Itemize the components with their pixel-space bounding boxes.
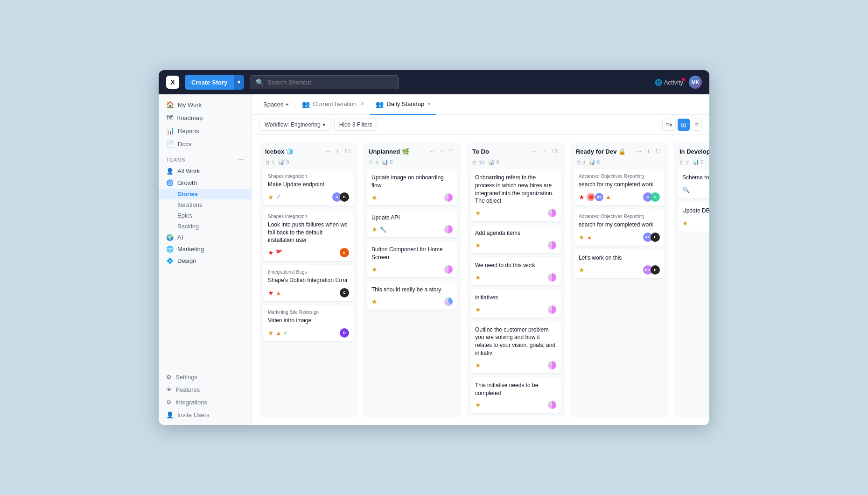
star-icon: ★ — [475, 306, 481, 313]
growth-icon: 🌀 — [166, 179, 174, 186]
sidebar-item-integrations[interactable]: ⚙ Integrations — [159, 396, 252, 409]
card-initiatives[interactable]: initiatives ★ — [470, 289, 561, 318]
sidebar-sub-epics[interactable]: Epics — [159, 210, 252, 221]
content-area: Spaces + 👥 Current Iteration ✕ 👥 Daily S… — [252, 94, 709, 425]
icebox-more-button[interactable]: ··· — [324, 147, 332, 156]
todo-expand-button[interactable]: ☐ — [550, 147, 559, 156]
sidebar-sub-iterations[interactable]: Iterations — [159, 199, 252, 210]
ready-for-dev-expand-button[interactable]: ☐ — [654, 147, 663, 156]
spaces-button[interactable]: Spaces + — [259, 99, 292, 110]
icebox-add-button[interactable]: + — [334, 147, 341, 156]
activity-button[interactable]: 🌐 Activity — [655, 79, 683, 86]
star-icon: ★ — [475, 209, 481, 217]
board-view-button[interactable]: ⊞ — [678, 119, 690, 131]
column-ready-for-dev: Ready for Dev 🔒 ··· + ☐ 🗒 3 📊 6 Ad — [570, 142, 668, 417]
card-update-api[interactable]: Update API ★ 🔧 — [367, 209, 457, 238]
teams-more-button[interactable]: ··· — [238, 156, 244, 163]
card-agenda-items[interactable]: Add agenda items ★ — [470, 225, 561, 253]
star-icon: ★ — [579, 233, 585, 241]
avatar: F — [651, 265, 660, 275]
sidebar-item-all-work[interactable]: 👤 All Work — [159, 165, 252, 177]
tab-current-iteration[interactable]: 👥 Current Iteration ✕ — [296, 94, 370, 115]
flag-icon: 🚩 — [276, 249, 283, 256]
avatar: K — [340, 248, 349, 257]
todo-more-button[interactable]: ··· — [531, 147, 539, 156]
sidebar-item-roadmap[interactable]: 🗺 Roadmap — [159, 111, 252, 124]
sidebar-item-invite-users[interactable]: 👤 Invite Users — [159, 409, 252, 421]
column-header-unplanned: Unplanned 🌿 ··· + ☐ — [363, 142, 461, 159]
icebox-expand-button[interactable]: ☐ — [343, 147, 352, 156]
card-onboarding-text[interactable]: Onboarding refers to the process in whic… — [470, 169, 561, 221]
sidebar-item-growth[interactable]: 🌀 Growth — [159, 177, 252, 189]
avatar: B — [340, 192, 349, 202]
tab-close-current-iteration[interactable]: ✕ — [360, 101, 364, 107]
unplanned-expand-button[interactable]: ☐ — [447, 147, 455, 156]
card-push-failures[interactable]: Shapes Integration Look into push failur… — [263, 209, 354, 261]
progress-pie — [548, 273, 556, 282]
star-icon: ★ — [475, 241, 481, 249]
sort-view-button[interactable]: ≡▾ — [662, 119, 676, 131]
todo-card-icon: 🗒 10 — [472, 160, 484, 165]
star-icon: ★ — [371, 266, 378, 273]
todo-add-button[interactable]: + — [541, 147, 548, 156]
card-outline-customer[interactable]: Outline the customer problem you are sol… — [470, 321, 561, 373]
unplanned-more-button[interactable]: ··· — [427, 147, 436, 156]
ready-for-dev-add-button[interactable]: + — [645, 147, 652, 156]
tab-icon-daily-standup: 👥 — [376, 100, 384, 108]
invite-users-icon: 👤 — [166, 411, 174, 418]
sidebar-item-settings[interactable]: ⚙ Settings — [159, 371, 252, 383]
column-in-development: In Development ✏ ··· 🗒 2 📊 0 Schema to a… — [674, 142, 709, 417]
progress-pie — [444, 265, 453, 274]
hide-filters-button[interactable]: Hide 3 Filters — [334, 119, 378, 131]
create-story-button[interactable]: Create Story — [185, 75, 234, 90]
card-story[interactable]: This should really be a story ★ — [367, 281, 457, 310]
list-view-button[interactable]: ≡ — [692, 119, 702, 131]
teams-section-label: Teams ··· — [159, 150, 252, 165]
star-icon: ★ — [268, 329, 274, 337]
create-story-arrow-button[interactable]: ▾ — [234, 75, 244, 90]
logo-icon[interactable]: X — [166, 76, 179, 89]
features-icon: 👁 — [166, 386, 172, 393]
sidebar-item-reports[interactable]: 📊 Reports — [159, 124, 252, 137]
column-todo: To Do ··· + ☐ 🗒 10 📊 0 Onboarding r — [467, 142, 565, 417]
tabs-bar: Spaces + 👥 Current Iteration ✕ 👥 Daily S… — [252, 94, 709, 115]
column-header-in-development: In Development ✏ ··· — [674, 142, 709, 159]
unplanned-bar-icon: 📊 0 — [382, 159, 392, 165]
card-search-completed-2[interactable]: Advanced Objectives Reporting search for… — [574, 209, 665, 246]
card-search-completed-1[interactable]: Advanced Objectives Reporting search for… — [574, 169, 665, 205]
all-work-icon: 👤 — [166, 168, 174, 175]
search-bar[interactable]: 🔍 Search Shortcut — [250, 75, 399, 89]
sidebar-item-marketing[interactable]: 🌐 Marketing — [159, 243, 252, 255]
card-make-update-endpoint[interactable]: Shapes Integration Make Update endpoint … — [263, 169, 354, 205]
filter-chevron-icon: ▾ — [322, 121, 325, 128]
card-initiative-completed[interactable]: This initiative needs to be completed ★ — [470, 377, 561, 413]
column-header-ready-for-dev: Ready for Dev 🔒 ··· + ☐ — [570, 142, 668, 159]
tab-icon-current-iteration: 👥 — [302, 100, 310, 108]
integrations-icon: ⚙ — [166, 399, 172, 406]
card-qa-bugs[interactable]: Need to QA bugs for this quarter ★ — [470, 417, 561, 417]
home-icon: 🏠 — [166, 101, 174, 108]
card-update-db[interactable]: Update DB Model ★ P — [678, 202, 709, 232]
card-lets-work[interactable]: Let's work on this ★ PU F — [574, 249, 665, 279]
sidebar-item-ai[interactable]: 🌍 AI — [159, 232, 252, 243]
check-icon: ✓ — [276, 193, 281, 200]
unplanned-add-button[interactable]: + — [438, 147, 445, 156]
card-onboarding-image[interactable]: Update image on onboarding flow ★ — [367, 169, 457, 205]
workflow-filter-button[interactable]: Workflow: Engineering ▾ — [259, 119, 330, 131]
sidebar-sub-stories[interactable]: Stories — [159, 189, 252, 199]
card-button-component[interactable]: Button Component for Home Screen ★ — [367, 241, 457, 277]
ready-card-icon: 🗒 3 — [576, 160, 585, 165]
card-dotlab-error[interactable]: [Integrations] Bugs Shape's Dotlab Integ… — [263, 265, 354, 301]
card-this-work[interactable]: We need to do this work ★ — [470, 257, 561, 285]
sidebar-item-docs[interactable]: 📄 Docs — [159, 137, 252, 150]
sidebar-item-design[interactable]: 💠 Design — [159, 255, 252, 267]
user-avatar[interactable]: MK — [689, 76, 702, 89]
card-schema-field[interactable]: Schema to add new Field 🔍 P — [678, 169, 709, 198]
top-nav: X Create Story ▾ 🔍 Search Shortcut 🌐 Act… — [159, 70, 709, 94]
tab-daily-standup[interactable]: 👥 Daily Standup ▾ — [370, 94, 436, 115]
ready-for-dev-more-button[interactable]: ··· — [635, 147, 643, 156]
sidebar-item-my-work[interactable]: 🏠 My Work — [159, 98, 252, 111]
sidebar-item-features[interactable]: 👁 Features — [159, 383, 252, 396]
sidebar-sub-backlog[interactable]: Backlog — [159, 221, 252, 232]
card-video-intro[interactable]: Marketing Site Redesign Video intro imag… — [263, 305, 354, 341]
